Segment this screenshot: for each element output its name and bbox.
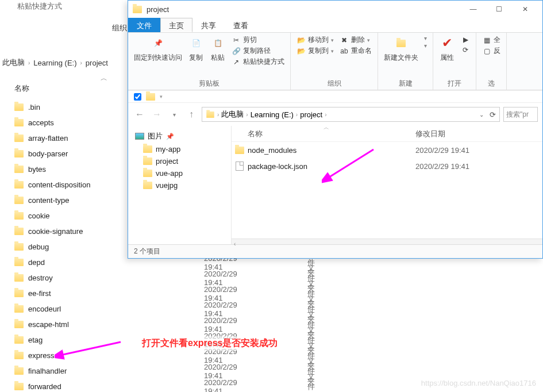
new-group-label: 新建 — [399, 79, 413, 89]
tree-item[interactable]: vuejpg — [130, 179, 229, 191]
pictures-icon — [135, 133, 144, 140]
chevron-down-icon[interactable]: ⌄ — [479, 112, 484, 118]
cut-button[interactable]: ✂剪切 — [232, 35, 284, 45]
checkbox-row: ▾ — [128, 90, 542, 103]
title-bar[interactable]: project — ☐ ✕ — [128, 1, 542, 18]
status-text: 2 个项目 — [134, 247, 160, 256]
folder-icon — [14, 228, 24, 235]
breadcrumb-segment[interactable]: Learning (E:) — [251, 110, 294, 119]
folder-icon — [143, 170, 152, 177]
folder-icon — [14, 259, 24, 266]
header-checkbox[interactable] — [134, 93, 141, 101]
bg-group-label: 组织 — [112, 23, 127, 33]
delete-icon: ✖ — [340, 36, 349, 45]
copy-path-button[interactable]: 🔗复制路径 — [232, 46, 284, 56]
paste-button[interactable]: 📋 粘贴 — [210, 35, 226, 63]
history-button[interactable]: ⟳ — [461, 45, 470, 55]
window-title: project — [147, 5, 460, 14]
list-row[interactable]: node_modules2020/2/29 19:41 — [232, 142, 542, 158]
folder-icon — [143, 157, 152, 165]
breadcrumb-segment[interactable]: Learning (E:) — [33, 59, 76, 67]
chevron-right-icon: › — [296, 112, 298, 118]
open-icon: ▶ — [461, 35, 470, 44]
folder-icon — [396, 40, 406, 47]
new-item-button[interactable]: ▾ — [424, 35, 427, 41]
folder-item[interactable]: destroy2020/2/29 19:41文件夹 — [14, 270, 187, 286]
recent-dropdown[interactable]: ▾ — [167, 107, 181, 121]
tree-item-pictures[interactable]: 图片 📌 — [130, 129, 229, 143]
chevron-down-icon[interactable]: ▾ — [160, 94, 163, 99]
folder-icon — [235, 147, 244, 154]
tree-item[interactable]: my-app — [130, 143, 229, 155]
rename-button[interactable]: ab重命名 — [340, 46, 372, 56]
breadcrumb-segment[interactable]: 此电脑 — [2, 57, 25, 68]
column-header-date[interactable]: 修改日期 — [415, 129, 542, 139]
horizontal-scrollbar[interactable]: ‹ — [232, 239, 542, 244]
refresh-button[interactable]: ⟳ — [486, 110, 496, 119]
folder-item[interactable]: encodeurl2020/2/29 19:41文件夹 — [14, 301, 187, 317]
navigation-row: ← → ▾ ↑ › 此电脑 › Learning (E:) › project … — [128, 103, 542, 126]
shortcut-icon: ↗ — [232, 57, 241, 67]
folder-icon — [14, 212, 24, 220]
delete-button[interactable]: ✖删除 ▾ — [340, 35, 372, 45]
folder-icon — [14, 290, 24, 297]
folder-icon — [14, 383, 24, 390]
back-button[interactable]: ← — [133, 107, 147, 121]
tab-share[interactable]: 共享 — [192, 18, 225, 32]
forward-button[interactable]: → — [150, 107, 164, 121]
select-none-button[interactable]: ▢反 — [482, 46, 500, 56]
pin-button[interactable]: 📌 固定到快速访问 — [134, 35, 182, 63]
chevron-right-icon: › — [80, 60, 82, 66]
sort-indicator-icon: ︿ — [324, 124, 329, 132]
properties-button[interactable]: ✔ 属性 — [439, 35, 455, 63]
move-to-button[interactable]: 📂移动到 ▾ — [296, 35, 334, 45]
tree-item[interactable]: project — [130, 155, 229, 167]
up-button[interactable]: ↑ — [184, 107, 198, 121]
file-icon — [236, 162, 244, 171]
paste-shortcut-button[interactable]: ↗粘贴快捷方式 — [232, 57, 284, 67]
tree-item[interactable]: vue-app — [130, 167, 229, 179]
folder-icon — [206, 111, 214, 117]
tab-file[interactable]: 文件 — [128, 18, 160, 32]
breadcrumb-segment[interactable]: 此电脑 — [221, 109, 244, 120]
copy-button[interactable]: 📄 复制 — [188, 35, 204, 63]
navigation-tree[interactable]: 图片 📌 my-appprojectvue-appvuejpg — [128, 126, 232, 244]
tab-view[interactable]: 查看 — [225, 18, 257, 32]
copy-icon: 📄 — [188, 35, 204, 51]
column-header-name[interactable]: 名称 — [14, 83, 29, 94]
collapse-toggle-icon[interactable]: ︿ — [101, 74, 107, 83]
copy-to-button[interactable]: 📂复制到 ▾ — [296, 46, 334, 56]
folder-icon — [14, 166, 24, 173]
breadcrumb-segment[interactable]: project — [300, 110, 322, 119]
minimize-button[interactable]: — — [460, 1, 486, 17]
easy-access-button[interactable]: ▾ — [424, 43, 427, 49]
history-icon: ⟳ — [461, 45, 470, 55]
folder-item[interactable]: escape-html2020/2/29 19:41文件夹 — [14, 317, 187, 332]
paste-icon: 📋 — [210, 35, 226, 51]
list-row[interactable]: package-lock.json2020/2/29 19:41 — [232, 158, 542, 174]
folder-icon — [14, 305, 24, 313]
maximize-button[interactable]: ☐ — [486, 1, 512, 17]
new-folder-button[interactable]: 新建文件夹 — [384, 35, 418, 63]
folder-item[interactable]: finalhandler2020/2/29 19:41文件夹 — [14, 363, 187, 379]
ribbon: 📌 固定到快速访问 📄 复制 📋 粘贴 ✂剪切 🔗复制路径 ↗粘贴快捷方式 剪贴 — [128, 33, 542, 90]
folder-item[interactable]: forwarded2020/2/29 19:41文件夹 — [14, 379, 187, 392]
folder-icon — [14, 197, 24, 204]
annotation-text: 打开文件看express是否安装成功 — [141, 336, 279, 351]
folder-icon — [133, 6, 142, 13]
bg-breadcrumb[interactable]: 此电脑 › Learning (E:) › project — [0, 57, 108, 68]
open-group-label: 打开 — [448, 79, 461, 89]
select-all-button[interactable]: ▦全 — [482, 35, 500, 45]
status-bar: 2 个项目 — [128, 244, 542, 258]
rename-icon: ab — [340, 47, 349, 56]
breadcrumb-segment[interactable]: project — [86, 59, 108, 67]
folder-icon — [14, 274, 24, 282]
list-header: ︿ 名称 修改日期 — [232, 126, 542, 142]
tab-home[interactable]: 主页 — [160, 18, 192, 32]
folder-icon — [14, 150, 24, 157]
close-button[interactable]: ✕ — [512, 1, 538, 17]
folder-item[interactable]: ee-first2020/2/29 19:41文件夹 — [14, 286, 187, 301]
open-button[interactable]: ▶ — [461, 35, 470, 44]
search-input[interactable]: 搜索"pr — [503, 107, 538, 122]
breadcrumb-bar[interactable]: › 此电脑 › Learning (E:) › project › ⌄ ⟳ — [202, 107, 500, 122]
